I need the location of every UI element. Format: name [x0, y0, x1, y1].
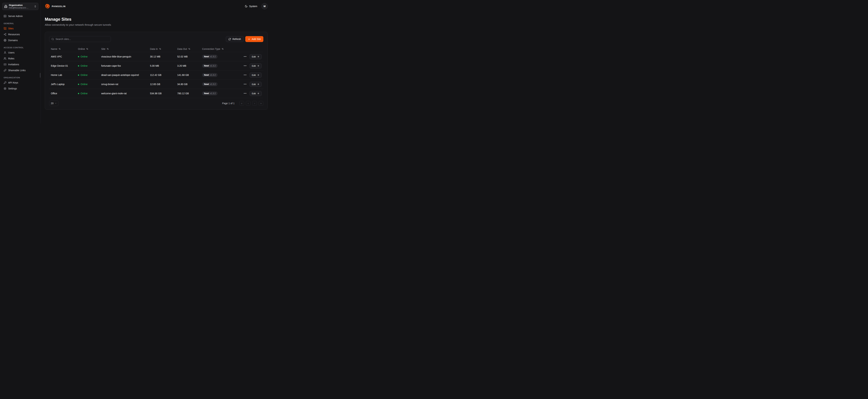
- page-info: Page 1 of 1: [222, 102, 235, 105]
- sidebar-section-general: GENERAL: [2, 22, 38, 25]
- cell-name: Jeff's Laptop: [51, 83, 78, 86]
- status-label: Online: [81, 83, 88, 86]
- status-dot: [78, 74, 79, 76]
- cell-data-out: 52.02 MB: [177, 55, 202, 58]
- building-icon: [4, 5, 7, 8]
- column-label: Site: [101, 48, 105, 50]
- refresh-label: Refresh: [232, 38, 241, 40]
- status-badge: Online: [78, 55, 101, 58]
- column-label: Data Out: [177, 48, 187, 50]
- status-dot: [78, 65, 79, 66]
- edit-label: Edit: [252, 83, 256, 86]
- first-page-button[interactable]: «: [239, 101, 244, 106]
- cell-name: Home Lab: [51, 73, 78, 76]
- sidebar-item-resources[interactable]: Resources: [2, 31, 38, 37]
- cell-actions: Newtv1.3.2 ⋯Edit: [202, 54, 261, 59]
- cell-name: Office: [51, 92, 78, 95]
- previous-page-button[interactable]: ‹: [246, 101, 250, 106]
- status-label: Online: [81, 64, 88, 67]
- sort-icon: [221, 48, 224, 50]
- user-icon: [4, 51, 6, 54]
- sidebar-item-api-keys[interactable]: API Keys: [2, 80, 38, 86]
- cell-data-in: 30.12 MB: [150, 55, 177, 58]
- sidebar-item-label: API Keys: [8, 81, 18, 84]
- sidebar-item-users[interactable]: Users: [2, 50, 38, 56]
- cell-name: Edge Device 01: [51, 64, 78, 67]
- org-switcher[interactable]: Organization milo@fossorial.io's ...: [2, 3, 38, 10]
- edit-label: Edit: [252, 55, 256, 58]
- status-label: Online: [81, 55, 88, 58]
- edit-button[interactable]: Edit: [250, 82, 261, 87]
- edit-button[interactable]: Edit: [250, 54, 261, 59]
- sidebar-item-domains[interactable]: Domains: [2, 37, 38, 43]
- table-header: Name Online Site Data In Data Out: [49, 46, 264, 52]
- cell-data-in: 112.42 GB: [150, 73, 177, 76]
- row-menu-button[interactable]: ⋯: [244, 92, 247, 95]
- sidebar-item-sites[interactable]: Sites: [2, 26, 38, 31]
- avatar-initial: M: [264, 5, 266, 8]
- row-menu-button[interactable]: ⋯: [244, 83, 247, 86]
- page-size-value: 20: [51, 102, 54, 105]
- key-icon: [4, 81, 6, 84]
- pangolin-logo-icon: [45, 4, 50, 9]
- edit-button[interactable]: Edit: [250, 91, 261, 96]
- search-input[interactable]: [56, 38, 109, 40]
- theme-toggle[interactable]: System: [245, 5, 257, 8]
- sites-icon: [4, 27, 6, 30]
- row-menu-button[interactable]: ⋯: [244, 73, 247, 76]
- sidebar-item-label: Settings: [8, 87, 17, 90]
- sidebar-item-label: Server Admin: [8, 15, 23, 18]
- table-row: Home Lab Online dead-san-joaquin-antelop…: [49, 70, 264, 80]
- cell-site: vivacious-little-blue-penguin: [101, 55, 150, 58]
- column-header-site[interactable]: Site: [101, 48, 150, 50]
- status-dot: [78, 56, 79, 57]
- brand-name: PANGOLIN: [52, 5, 66, 8]
- status-label: Online: [81, 73, 88, 76]
- server-icon: [4, 15, 6, 18]
- connection-type-badge: Newtv1.3.2: [202, 55, 218, 59]
- sidebar-item-shareable-links[interactable]: Shareable Links: [2, 67, 38, 73]
- sidebar-item-server-admin[interactable]: Server Admin: [2, 13, 38, 19]
- edit-label: Edit: [252, 65, 256, 67]
- column-header-name[interactable]: Name: [51, 48, 78, 50]
- sidebar-scrollbar-thumb[interactable]: [40, 73, 40, 78]
- connection-version: v1.3.2: [210, 74, 216, 76]
- last-page-button[interactable]: »: [259, 101, 264, 106]
- cell-data-in: 5.00 MB: [150, 64, 177, 67]
- column-header-online[interactable]: Online: [78, 48, 101, 50]
- avatar[interactable]: M: [261, 3, 268, 9]
- arrow-right-icon: [257, 83, 259, 85]
- sidebar-item-label: Invitations: [8, 63, 19, 66]
- row-menu-button[interactable]: ⋯: [244, 55, 247, 58]
- cell-actions: Newtv1.3.2 ⋯Edit: [202, 72, 261, 78]
- refresh-icon: [228, 38, 231, 40]
- sidebar-item-settings[interactable]: Settings: [2, 86, 38, 92]
- row-menu-button[interactable]: ⋯: [244, 64, 247, 67]
- arrow-right-icon: [257, 74, 259, 76]
- edit-button[interactable]: Edit: [250, 63, 261, 68]
- main-content: PANGOLIN System M Manage Sites Allow con…: [41, 0, 272, 123]
- edit-button[interactable]: Edit: [250, 72, 261, 78]
- edit-label: Edit: [252, 74, 256, 76]
- cell-site: dead-san-joaquin-antelope-squirrel: [101, 73, 150, 76]
- chevron-down-icon: [55, 102, 57, 104]
- column-label: Data In: [150, 48, 158, 50]
- column-header-connection-type[interactable]: Connection Type: [202, 48, 261, 50]
- add-site-button[interactable]: Add Site: [245, 36, 264, 42]
- cell-actions: Newtv1.3.2 ⋯Edit: [202, 82, 261, 87]
- column-header-data-in[interactable]: Data In: [150, 48, 177, 50]
- column-header-data-out[interactable]: Data Out: [177, 48, 202, 50]
- sidebar-item-invitations[interactable]: Invitations: [2, 61, 38, 67]
- refresh-button[interactable]: Refresh: [226, 36, 244, 42]
- brand-logo-link[interactable]: PANGOLIN: [45, 4, 66, 9]
- sort-icon: [106, 48, 109, 50]
- page-title: Manage Sites: [45, 17, 268, 22]
- next-page-button[interactable]: ›: [252, 101, 257, 106]
- sidebar-item-label: Resources: [8, 33, 20, 36]
- page-size-select[interactable]: 20: [49, 100, 59, 106]
- sidebar-item-roles[interactable]: Roles: [2, 56, 38, 61]
- org-value: milo@fossorial.io's ...: [9, 7, 28, 9]
- arrow-right-icon: [257, 65, 259, 67]
- org-switcher-text: Organization milo@fossorial.io's ...: [9, 4, 28, 9]
- cell-name: AWS VPC: [51, 55, 78, 58]
